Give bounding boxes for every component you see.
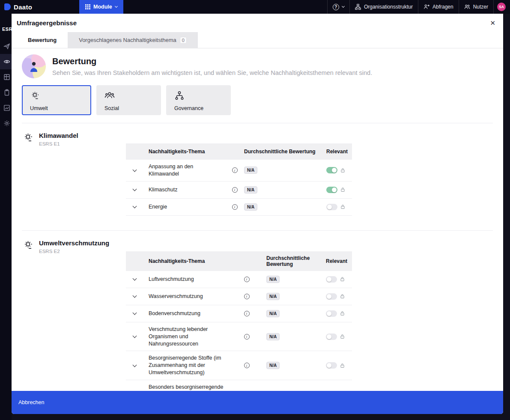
relevant-toggle[interactable] [326,334,337,340]
send-icon [3,43,10,50]
intro-title: Bewertung [52,57,372,66]
chevron-down-icon[interactable] [131,310,138,316]
lock-icon [340,187,345,192]
section-code: ESRS E2 [39,249,109,254]
sidebar-item-settings[interactable] [0,116,12,131]
tab-count-badge: 0 [180,37,187,44]
nav-organisationsstruktur[interactable]: Organisationsstruktur [349,0,418,14]
rating-badge: N/A [266,276,280,283]
intro: Bewertung Sehen Sie, was Ihren Stakehold… [22,54,493,78]
table-row: Energie N/A [126,199,352,216]
table-row: Luftverschmutzung N/A [126,271,352,288]
info-icon[interactable] [244,277,250,282]
table-header: Nachhaltigkeits-Thema Durchschnittliche … [126,251,352,271]
relevant-toggle[interactable] [326,276,337,283]
chevron-down-icon[interactable] [131,167,138,173]
sidebar-item-send[interactable] [0,39,12,54]
info-icon[interactable] [244,334,250,340]
section-header: Klimawandel ESRS E1 [22,128,126,216]
relevant-toggle[interactable] [326,293,337,300]
climate-icon [30,90,40,101]
table-row: Besonders besorgniserregende Stoffe (in … [126,380,352,391]
sidebar-item-table[interactable] [0,69,12,85]
chevron-down-icon [342,5,345,8]
table-row: Wasserverschmutzung N/A [126,288,352,305]
close-icon[interactable]: ✕ [488,18,497,28]
col-header-rating: Durchschnittliche Bewertung [254,255,314,267]
module-menu-button[interactable]: Module [79,0,123,14]
cancel-button[interactable]: Abbrechen [17,397,46,408]
relevant-toggle[interactable] [326,167,337,173]
governance-icon [174,90,185,101]
info-icon[interactable] [244,294,250,299]
gear-icon [3,120,10,127]
chevron-down-icon[interactable] [131,204,138,210]
chevron-down-icon[interactable] [131,334,138,340]
rating-badge: N/A [244,167,257,174]
modal-header: Umfrageergebnisse ✕ [12,14,503,32]
topic-label: Wasserverschmutzung [143,289,239,304]
avatar-wrap: SA [493,0,510,14]
category-label: Sozial [104,105,149,111]
category-card-sozial[interactable]: Sozial [96,85,161,115]
relevant-toggle[interactable] [326,204,337,210]
chevron-down-icon[interactable] [131,276,138,282]
rating-badge: N/A [266,293,280,300]
modal-tabs: Bewertung Vorgeschlagenes Nachhaltigkeit… [12,32,503,48]
grid-icon [85,4,90,9]
nav-abfragen[interactable]: Abfragen [418,0,459,14]
help-button[interactable]: ? [327,0,349,14]
category-card-umwelt[interactable]: Umwelt [22,85,91,115]
lock-icon [340,277,345,282]
category-card-governance[interactable]: Governance [166,85,231,115]
info-icon[interactable] [244,363,250,368]
table-toolbar-spacer [126,128,352,143]
eye-icon [3,58,10,65]
tab-label: Vorgeschlagenes Nachhaltigkeitsthema [79,37,176,43]
sidebar-module-label: ESRS [0,14,12,32]
section-code: ESRS E1 [39,141,78,146]
relevant-toggle[interactable] [326,310,337,317]
chevron-down-icon [115,5,118,8]
climate-icon [23,239,34,250]
intro-subtitle: Sehen Sie, was Ihren Stakeholdern am wic… [52,69,372,76]
nav-label: Abfragen [432,4,453,10]
modal-footer: Abbrechen [12,391,503,414]
sidebar-item-clipboard[interactable] [0,85,12,100]
topic-label: Klimaschutz [143,183,227,197]
section-title: Klimawandel [39,132,78,139]
info-icon[interactable] [244,311,250,316]
lock-icon [340,168,345,173]
user-avatar[interactable]: SA [497,3,506,11]
chevron-down-icon[interactable] [131,363,138,369]
info-icon[interactable] [232,204,238,210]
table-header: Nachhaltigkeits-Thema Durchschnittliche … [126,143,352,160]
chevron-down-icon[interactable] [131,293,138,299]
topics-table: Nachhaltigkeits-Thema Durchschnittliche … [126,128,352,216]
info-icon[interactable] [232,187,238,193]
lock-icon [340,311,345,316]
table-row: Verschmutzung lebender Organismen und Na… [126,322,352,351]
illustration-avatar-icon [22,54,46,78]
chart-icon [3,104,10,111]
nav-nutzer[interactable]: Nutzer [459,0,493,14]
info-icon[interactable] [232,167,238,173]
topic-label: Verschmutzung lebender Organismen und Na… [143,322,239,351]
sidebar-item-view[interactable] [0,54,12,69]
tab-bewertung[interactable]: Bewertung [17,32,68,48]
brand-name: Daato [14,3,32,11]
sidebar-item-chart[interactable] [0,100,12,116]
chevron-down-icon[interactable] [131,187,138,193]
clipboard-icon [3,89,10,96]
lock-icon [340,334,345,339]
category-cards: Umwelt Sozial Governance [22,85,493,115]
lock-icon [340,363,345,368]
help-icon: ? [333,4,339,10]
relevant-toggle[interactable] [326,187,337,193]
sidebar: ESRS [0,14,12,420]
relevant-toggle[interactable] [326,362,337,369]
tab-vorgeschlagenes-thema[interactable]: Vorgeschlagenes Nachhaltigkeitsthema 0 [68,32,198,48]
lock-icon [340,294,345,299]
social-icon [104,90,115,101]
brand[interactable]: Daato [0,0,79,14]
